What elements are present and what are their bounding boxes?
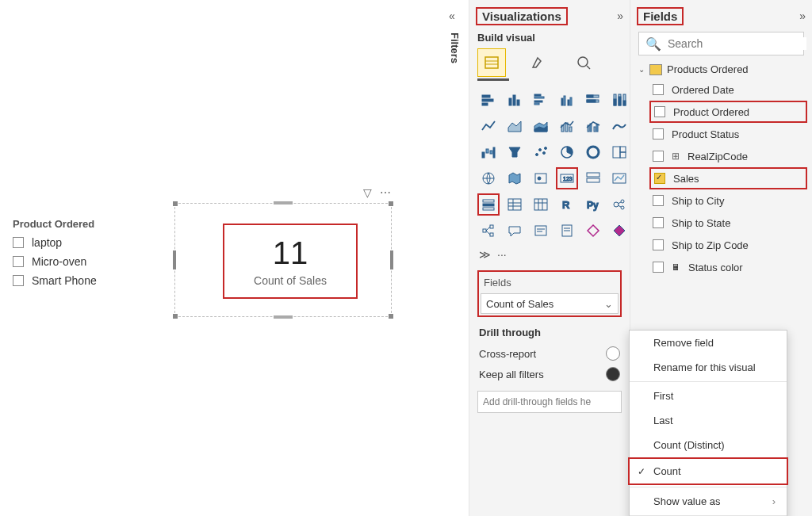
context-menu-item[interactable]: ✓Count xyxy=(628,457,788,485)
checkbox-icon[interactable] xyxy=(654,106,665,117)
checkbox-icon[interactable] xyxy=(653,84,664,95)
viz-powerapps-icon[interactable] xyxy=(582,220,604,242)
slicer-item[interactable]: laptop xyxy=(13,236,147,249)
slicer-product-ordered[interactable]: Product Ordered laptop Micro-oven Smart … xyxy=(13,218,147,293)
viz-100-column-icon[interactable] xyxy=(608,89,630,111)
table-node[interactable]: ⌄ Products Ordered xyxy=(630,60,812,78)
field-row[interactable]: Product Status xyxy=(630,123,812,145)
viz-line-clustered-icon[interactable] xyxy=(582,115,604,137)
context-menu-label: Count (Distinct) xyxy=(653,439,725,451)
viz-line-icon[interactable] xyxy=(477,115,500,137)
slicer-item[interactable]: Micro-oven xyxy=(13,255,147,268)
format-visual-tab[interactable] xyxy=(523,48,552,77)
expand-icon[interactable]: » xyxy=(799,10,806,22)
resize-handle[interactable] xyxy=(274,201,293,204)
report-canvas[interactable]: Product Ordered laptop Micro-oven Smart … xyxy=(0,0,441,516)
context-menu-item[interactable]: Count (Distinct) xyxy=(630,433,787,457)
viz-r-icon[interactable]: R xyxy=(556,193,578,216)
viz-table-icon[interactable] xyxy=(504,193,526,216)
checkbox-icon[interactable] xyxy=(13,237,24,248)
fields-search[interactable]: 🔍 xyxy=(638,32,804,55)
viz-multirow-card-icon[interactable] xyxy=(582,167,604,189)
checkbox-icon[interactable] xyxy=(653,239,664,250)
context-menu-label: Show value as xyxy=(653,495,721,507)
field-well-item[interactable]: Count of Sales ⌄ xyxy=(481,293,619,314)
checkbox-icon[interactable] xyxy=(653,151,664,162)
viz-map-icon[interactable] xyxy=(477,167,500,189)
viz-area-icon[interactable] xyxy=(504,115,526,137)
viz-decomposition-icon[interactable] xyxy=(477,220,500,242)
resize-handle[interactable] xyxy=(274,315,293,319)
viz-scatter-icon[interactable] xyxy=(530,141,552,163)
resize-handle[interactable] xyxy=(389,201,393,206)
field-row[interactable]: ⊞RealZipCode xyxy=(630,145,812,167)
viz-clustered-bar-icon[interactable] xyxy=(530,89,552,111)
viz-pie-icon[interactable] xyxy=(556,141,578,163)
more-visuals-row[interactable]: ≫ ··· xyxy=(469,245,630,264)
resize-handle[interactable] xyxy=(173,250,176,269)
search-input[interactable] xyxy=(668,37,806,50)
toggle-on[interactable] xyxy=(606,367,620,381)
viz-smart-narrative-icon[interactable] xyxy=(530,220,552,242)
checkbox-icon[interactable] xyxy=(653,217,664,228)
resize-handle[interactable] xyxy=(389,314,393,319)
viz-card-icon[interactable]: 123 xyxy=(556,167,578,189)
viz-kpi-icon[interactable] xyxy=(608,167,630,189)
viz-qna-icon[interactable] xyxy=(504,220,526,242)
viz-100-bar-icon[interactable] xyxy=(582,89,604,111)
checkbox-icon[interactable] xyxy=(13,256,24,267)
field-row[interactable]: Sales xyxy=(649,167,807,189)
viz-key-influencers-icon[interactable] xyxy=(608,193,630,216)
collapse-icon[interactable]: « xyxy=(449,10,455,22)
viz-paginated-icon[interactable] xyxy=(556,220,578,242)
slicer-item[interactable]: Smart Phone xyxy=(13,274,147,287)
field-row[interactable]: Ship to Zip Code xyxy=(630,234,812,256)
viz-slicer-icon[interactable] xyxy=(477,193,500,216)
viz-stacked-column-icon[interactable] xyxy=(504,89,526,111)
viz-filled-map-icon[interactable] xyxy=(504,167,526,189)
field-label: Ship to State xyxy=(672,217,730,229)
filter-icon[interactable]: ▽ xyxy=(363,186,372,199)
viz-ribbon-icon[interactable] xyxy=(608,115,630,137)
viz-clustered-column-icon[interactable] xyxy=(556,89,578,111)
viz-stacked-area-icon[interactable] xyxy=(530,115,552,137)
build-visual-tab[interactable] xyxy=(477,48,506,77)
checkbox-icon[interactable] xyxy=(653,128,664,140)
field-row[interactable]: Ship to State xyxy=(630,212,812,234)
viz-matrix-icon[interactable] xyxy=(530,193,552,216)
viz-azure-map-icon[interactable] xyxy=(530,167,552,189)
resize-handle[interactable] xyxy=(173,201,178,206)
viz-stacked-bar-icon[interactable] xyxy=(477,89,500,111)
field-row[interactable]: Product Ordered xyxy=(649,101,807,123)
toggle-off[interactable] xyxy=(606,346,620,361)
viz-waterfall-icon[interactable] xyxy=(477,141,500,163)
resize-handle[interactable] xyxy=(173,314,178,319)
field-row[interactable]: 🖩Status color xyxy=(630,256,812,278)
viz-treemap-icon[interactable] xyxy=(608,141,630,163)
checkbox-icon[interactable] xyxy=(653,262,664,273)
expand-icon[interactable]: » xyxy=(617,10,623,22)
viz-donut-icon[interactable] xyxy=(582,141,604,163)
chevron-down-icon[interactable]: ⌄ xyxy=(604,298,613,310)
context-menu-item[interactable]: Rename for this visual xyxy=(630,355,787,380)
resize-handle[interactable] xyxy=(390,250,393,269)
drill-through-drop[interactable]: Add drill-through fields he xyxy=(477,391,622,413)
checkbox-icon[interactable] xyxy=(653,195,664,206)
field-row[interactable]: Ship to City xyxy=(630,189,812,212)
context-menu-item[interactable]: Show value as› xyxy=(630,489,787,514)
more-icon[interactable]: ⋯ xyxy=(380,186,391,199)
filters-tab[interactable]: Filters xyxy=(449,32,461,63)
field-row[interactable]: Ordered Date xyxy=(630,78,812,101)
checkbox-icon[interactable] xyxy=(13,275,24,286)
context-menu-item[interactable]: Last xyxy=(630,408,787,433)
svg-rect-68 xyxy=(534,199,547,210)
analytics-tab[interactable] xyxy=(569,48,598,77)
context-menu-item[interactable]: Remove field xyxy=(630,331,787,355)
viz-line-stacked-icon[interactable] xyxy=(556,115,578,137)
viz-python-icon[interactable]: Py xyxy=(582,193,604,216)
checkbox-icon[interactable] xyxy=(654,173,665,184)
context-menu-item[interactable]: First xyxy=(630,384,787,408)
viz-automate-icon[interactable] xyxy=(608,220,630,242)
card-visual[interactable]: ▽ ⋯ 11 Count of Sales xyxy=(174,203,392,317)
viz-funnel-icon[interactable] xyxy=(504,141,526,163)
